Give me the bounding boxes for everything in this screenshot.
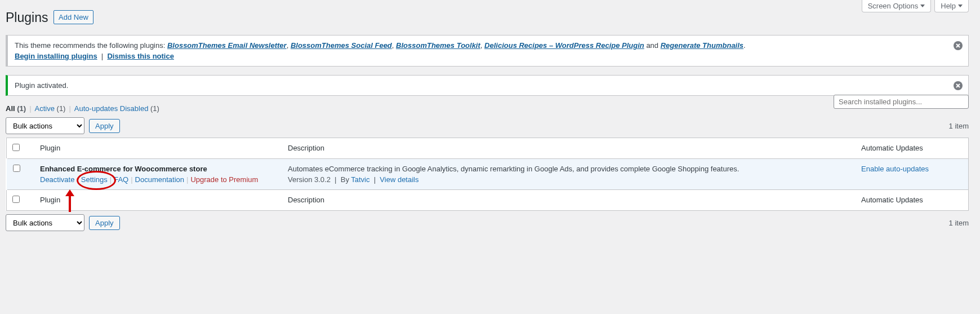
plugin-version: Version 3.0.2 xyxy=(288,175,331,184)
deactivate-link[interactable]: Deactivate xyxy=(40,175,74,184)
close-icon[interactable] xyxy=(952,40,964,51)
recommended-plugin-link[interactable]: BlossomThemes Social Feed xyxy=(291,41,392,50)
bulk-action-select[interactable]: Bulk actions xyxy=(6,117,84,134)
column-auto-updates[interactable]: Automatic Updates xyxy=(856,190,969,211)
column-description[interactable]: Description xyxy=(282,190,856,211)
plugin-activated-notice: Plugin activated. xyxy=(6,75,969,96)
dismiss-notice-link[interactable]: Dismiss this notice xyxy=(107,52,173,60)
recommended-plugin-link[interactable]: BlossomThemes Toolkit xyxy=(396,41,480,50)
filter-all[interactable]: All (1) xyxy=(6,104,26,113)
column-auto-updates[interactable]: Automatic Updates xyxy=(856,138,969,159)
table-row: Enhanced E-commerce for Woocommerce stor… xyxy=(7,159,969,190)
apply-button[interactable]: Apply xyxy=(89,119,120,133)
filter-active[interactable]: Active (1) xyxy=(35,104,66,113)
item-count: 1 item xyxy=(949,122,969,130)
settings-link[interactable]: Settings xyxy=(81,175,108,184)
select-all-checkbox[interactable] xyxy=(12,144,20,151)
recommended-plugin-link[interactable]: BlossomThemes Email Newsletter xyxy=(167,41,287,50)
search-input[interactable] xyxy=(834,95,969,109)
activated-text: Plugin activated. xyxy=(15,81,68,90)
help-label: Help xyxy=(941,2,956,10)
apply-button[interactable]: Apply xyxy=(89,216,120,230)
enable-auto-updates-link[interactable]: Enable auto-updates xyxy=(861,165,929,173)
recommended-plugin-link[interactable]: Delicious Recipes – WordPress Recipe Plu… xyxy=(484,41,644,50)
chevron-down-icon xyxy=(958,5,963,7)
notice-and: and xyxy=(646,41,660,50)
help-button[interactable]: Help xyxy=(934,0,969,12)
documentation-link[interactable]: Documentation xyxy=(135,175,184,184)
select-all-checkbox[interactable] xyxy=(12,196,20,203)
plugin-description: Automates eCommerce tracking in Google A… xyxy=(288,165,850,173)
faq-link[interactable]: FAQ xyxy=(114,175,128,184)
upgrade-link[interactable]: Upgrade to Premium xyxy=(190,175,258,184)
bulk-action-select[interactable]: Bulk actions xyxy=(6,214,84,231)
plugin-author-link[interactable]: Tatvic xyxy=(351,175,369,184)
column-plugin[interactable]: Plugin xyxy=(34,190,282,211)
plugin-name: Enhanced E-commerce for Woocommerce stor… xyxy=(40,165,277,173)
close-icon[interactable] xyxy=(952,80,964,91)
page-title: Plugins xyxy=(6,10,48,25)
plugin-by: By xyxy=(341,175,349,184)
add-new-button[interactable]: Add New xyxy=(54,10,93,24)
view-details-link[interactable]: View details xyxy=(380,175,418,184)
chevron-down-icon xyxy=(920,5,925,7)
screen-options-label: Screen Options xyxy=(868,2,919,10)
screen-options-button[interactable]: Screen Options xyxy=(862,0,932,12)
recommended-plugin-link[interactable]: Regenerate Thumbnails xyxy=(661,41,743,50)
filter-auto-updates-disabled[interactable]: Auto-updates Disabled (1) xyxy=(74,104,159,113)
column-description[interactable]: Description xyxy=(282,138,856,159)
row-actions: Deactivate|Settings|FAQ|Documentation|Up… xyxy=(40,175,277,184)
notice-prefix: This theme recommends the following plug… xyxy=(15,41,167,50)
row-checkbox[interactable] xyxy=(13,165,20,172)
plugin-status-filters: All (1) Active (1) Auto-updates Disabled… xyxy=(6,104,969,113)
theme-recommend-notice: This theme recommends the following plug… xyxy=(6,35,969,67)
column-plugin[interactable]: Plugin xyxy=(34,138,282,159)
begin-installing-link[interactable]: Begin installing plugins xyxy=(15,52,97,60)
item-count: 1 item xyxy=(949,219,969,227)
